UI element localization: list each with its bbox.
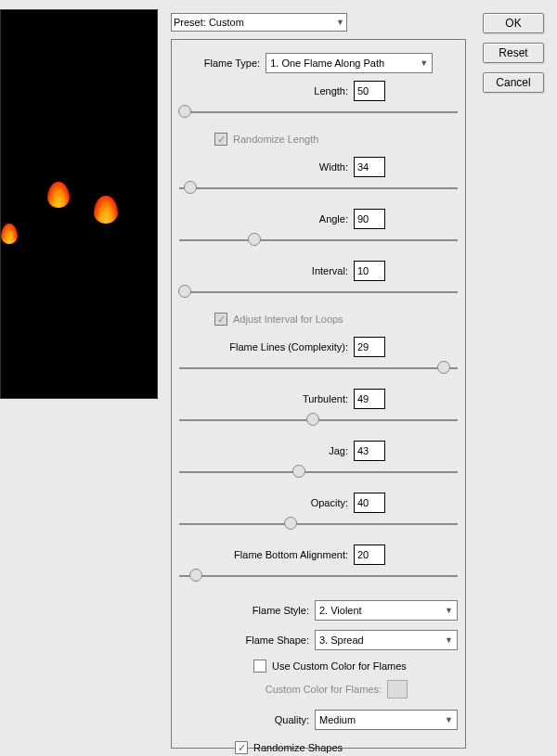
use-custom-color-checkbox[interactable] (253, 660, 266, 673)
turbulent-slider[interactable] (179, 413, 458, 428)
bottom-align-input[interactable]: 20 (354, 545, 385, 565)
jag-input[interactable]: 43 (354, 441, 385, 461)
turbulent-input[interactable]: 49 (354, 389, 385, 409)
preset-value: Preset: Custom (174, 17, 244, 28)
width-slider[interactable] (179, 181, 458, 196)
angle-label: Angle: (319, 213, 348, 224)
flame-type-select[interactable]: 1. One Flame Along Path ▼ (266, 53, 433, 73)
interval-label: Interval: (312, 265, 348, 276)
adjust-interval-label: Adjust Interval for Loops (233, 314, 343, 325)
width-input[interactable]: 34 (354, 157, 385, 177)
flame-style-select[interactable]: 2. Violent ▼ (315, 600, 458, 621)
flame-type-value: 1. One Flame Along Path (270, 58, 384, 69)
opacity-slider[interactable] (179, 517, 458, 532)
interval-input[interactable]: 10 (354, 261, 385, 281)
custom-color-swatch (387, 680, 408, 698)
chevron-down-icon: ▼ (336, 18, 344, 27)
flame-type-label: Flame Type: (204, 58, 260, 69)
randomize-shapes-label: Randomize Shapes (253, 742, 343, 753)
chevron-down-icon: ▼ (420, 58, 428, 68)
complexity-slider[interactable] (179, 361, 458, 376)
preview-canvas (0, 9, 158, 399)
randomize-shapes-checkbox[interactable] (235, 741, 248, 754)
chevron-down-icon: ▼ (445, 635, 453, 645)
custom-color-label: Custom Color for Flames: (266, 684, 382, 695)
chevron-down-icon: ▼ (445, 715, 453, 724)
flame-style-value: 2. Violent (319, 605, 362, 616)
length-label: Length: (314, 85, 348, 96)
width-label: Width: (319, 161, 348, 173)
length-slider[interactable] (179, 105, 458, 120)
flame-shape-select[interactable]: 3. Spread ▼ (315, 630, 458, 650)
cancel-button[interactable]: Cancel (483, 72, 544, 93)
opacity-input[interactable]: 40 (354, 493, 385, 513)
interval-slider[interactable] (179, 285, 458, 300)
turbulent-label: Turbulent: (303, 393, 348, 404)
use-custom-color-label: Use Custom Color for Flames (272, 660, 407, 672)
flame-shape-label: Flame Shape: (246, 634, 309, 646)
adjust-interval-checkbox (214, 313, 227, 326)
quality-label: Quality: (275, 714, 309, 725)
flame-shape-value: 3. Spread (319, 634, 364, 646)
randomize-length-label: Randomize Length (233, 134, 318, 145)
preset-select[interactable]: Preset: Custom ▼ (171, 13, 347, 32)
bottom-align-slider[interactable] (179, 569, 458, 583)
jag-label: Jag: (329, 445, 348, 456)
quality-select[interactable]: Medium ▼ (315, 710, 458, 730)
quality-value: Medium (319, 714, 356, 725)
complexity-label: Flame Lines (Complexity): (229, 341, 348, 352)
opacity-label: Opacity: (311, 497, 348, 508)
complexity-input[interactable]: 29 (354, 337, 385, 357)
length-input[interactable]: 50 (354, 81, 385, 101)
randomize-length-checkbox (214, 133, 227, 146)
angle-slider[interactable] (179, 233, 458, 248)
jag-slider[interactable] (179, 465, 458, 480)
reset-button[interactable]: Reset (483, 43, 544, 63)
bottom-align-label: Flame Bottom Alignment: (234, 549, 348, 560)
angle-input[interactable]: 90 (354, 209, 385, 229)
chevron-down-icon: ▼ (445, 606, 453, 615)
flame-style-label: Flame Style: (253, 605, 309, 616)
settings-panel: Flame Type: 1. One Flame Along Path ▼ Le… (171, 39, 466, 749)
ok-button[interactable]: OK (483, 13, 544, 33)
